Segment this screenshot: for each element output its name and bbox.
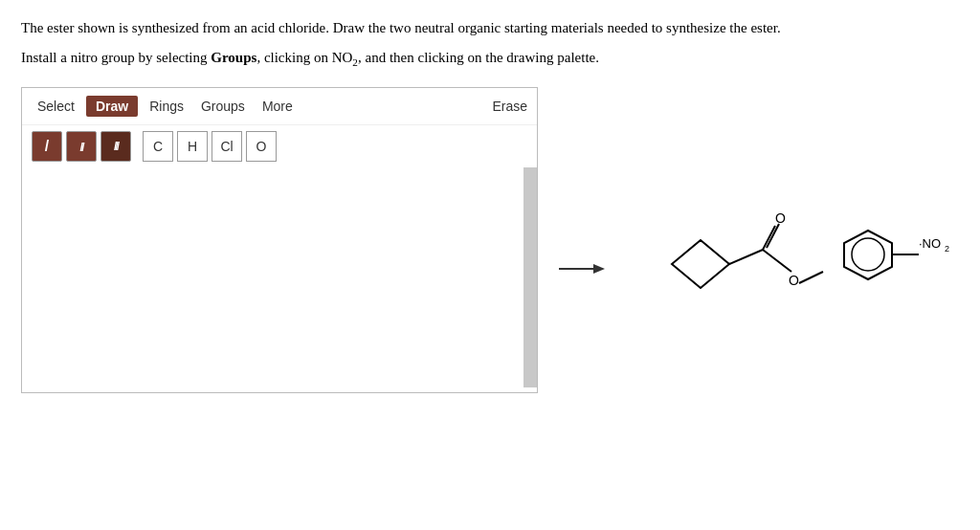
reaction-arrow-icon <box>557 257 605 280</box>
atom-o-button[interactable]: O <box>246 131 277 162</box>
svg-line-9 <box>799 272 823 283</box>
double-bond-button[interactable]: // <box>66 131 97 162</box>
toolbar-rings[interactable]: Rings <box>144 97 189 116</box>
instruction-block: The ester shown is synthesized from an a… <box>21 17 959 70</box>
main-area: Select Draw Rings Groups More Erase / //… <box>21 87 959 393</box>
toolbar-groups[interactable]: Groups <box>195 97 251 116</box>
svg-line-7 <box>763 250 791 272</box>
molecule-svg: O O ·NO 2 <box>614 130 978 369</box>
atom-h-button[interactable]: H <box>177 131 208 162</box>
toolbar-erase[interactable]: Erase <box>492 99 527 114</box>
atom-c-button[interactable]: C <box>143 131 173 162</box>
molecule-display: O O ·NO 2 <box>614 130 978 369</box>
instruction-line2: Install a nitro group by selecting Group… <box>21 47 959 71</box>
instruction-line1: The ester shown is synthesized from an a… <box>21 17 959 39</box>
svg-line-5 <box>767 224 779 248</box>
svg-text:·NO: ·NO <box>919 236 941 251</box>
toolbar-draw[interactable]: Draw <box>86 96 138 117</box>
bond-atom-row: / // /// C H Cl O <box>22 125 537 167</box>
svg-text:O: O <box>775 210 786 226</box>
svg-text:O: O <box>789 273 799 288</box>
atom-cl-button[interactable]: Cl <box>212 131 242 162</box>
svg-point-11 <box>852 238 884 271</box>
svg-marker-1 <box>593 264 605 274</box>
toolbar-select[interactable]: Select <box>32 97 80 116</box>
drawing-canvas[interactable] <box>22 167 537 387</box>
triple-bond-button[interactable]: /// <box>100 131 131 162</box>
toolbar: Select Draw Rings Groups More Erase <box>22 88 537 125</box>
right-area: O O ·NO 2 <box>538 87 978 393</box>
svg-line-3 <box>729 250 763 264</box>
single-bond-button[interactable]: / <box>32 131 62 162</box>
palette-box: Select Draw Rings Groups More Erase / //… <box>21 87 538 393</box>
arrow-container <box>547 257 614 280</box>
scrollbar[interactable] <box>523 167 537 387</box>
svg-line-4 <box>763 226 775 250</box>
svg-text:2: 2 <box>945 244 949 254</box>
svg-marker-2 <box>672 240 729 288</box>
toolbar-more[interactable]: More <box>256 97 299 116</box>
